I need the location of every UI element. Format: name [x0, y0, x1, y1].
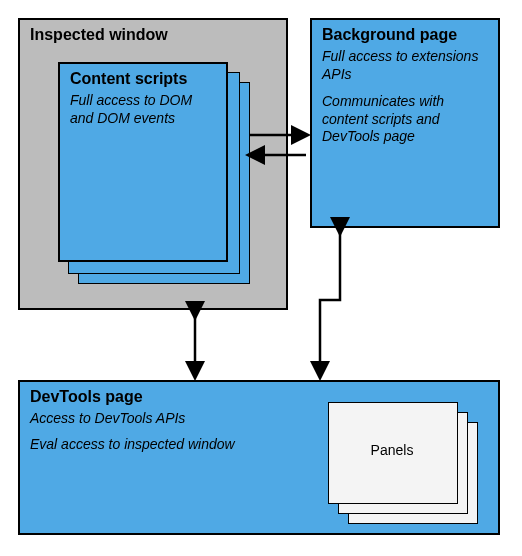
devtools-page-box: DevTools page Access to DevTools APIs Ev… — [18, 380, 500, 535]
inspected-window-box: Inspected window Content scripts Full ac… — [18, 18, 288, 310]
content-scripts-title: Content scripts — [70, 70, 216, 88]
background-page-desc1: Full access to extensions APIs — [322, 48, 488, 83]
panels-label: Panels — [328, 442, 456, 458]
inspected-window-title: Inspected window — [30, 26, 276, 44]
background-page-box: Background page Full access to extension… — [310, 18, 500, 228]
background-page-desc2: Communicates with content scripts and De… — [322, 93, 488, 146]
content-scripts-box: Content scripts Full access to DOM and D… — [58, 62, 228, 262]
content-scripts-desc: Full access to DOM and DOM events — [70, 92, 216, 127]
architecture-diagram: Inspected window Content scripts Full ac… — [0, 0, 522, 556]
background-page-title: Background page — [322, 26, 488, 44]
